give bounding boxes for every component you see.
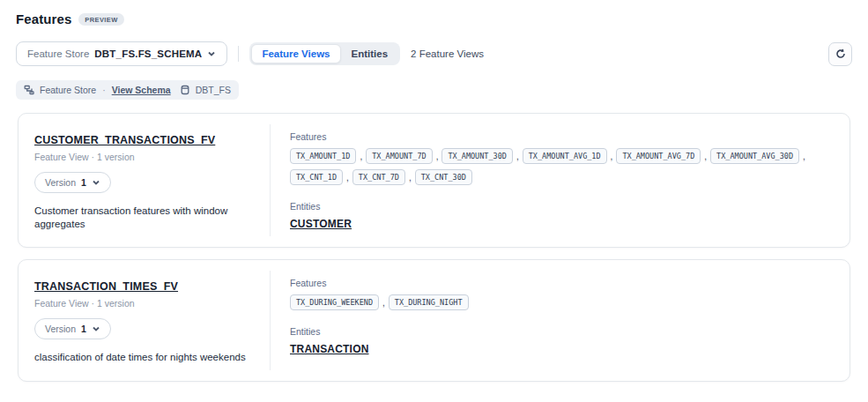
feature-chip-group: TX_AMOUNT_7D, xyxy=(366,148,438,164)
feature-view-card: TRANSACTION_TIMES_FV Feature View · 1 ve… xyxy=(18,259,850,381)
feature-chip-group: TX_AMOUNT_1D, xyxy=(290,148,362,164)
breadcrumb: Feature Store · View Schema DBT_FS xyxy=(16,80,239,100)
chevron-down-icon xyxy=(92,178,100,187)
feature-view-subtitle: Feature View · 1 version xyxy=(34,152,252,162)
feature-chip: TX_AMOUNT_AVG_7D xyxy=(616,148,701,164)
chip-separator: , xyxy=(382,298,385,308)
card-summary: TRANSACTION_TIMES_FV Feature View · 1 ve… xyxy=(19,260,270,380)
feature-chip: TX_DURING_NIGHT xyxy=(389,294,469,310)
feature-chip-list: TX_DURING_WEEKEND,TX_DURING_NIGHT xyxy=(290,294,837,310)
tab-feature-views[interactable]: Feature Views xyxy=(251,44,340,63)
card-details: Features TX_DURING_WEEKEND,TX_DURING_NIG… xyxy=(270,271,849,369)
feature-chip-group: TX_DURING_NIGHT xyxy=(389,294,469,310)
version-value: 1 xyxy=(81,324,86,334)
feature-chip: TX_AMOUNT_1D xyxy=(290,148,356,164)
features-section-label: Features xyxy=(290,278,837,288)
feature-store-value: DBT_FS.FS_SCHEMA xyxy=(94,48,202,59)
preview-badge: PREVIEW xyxy=(78,13,123,26)
page-title: Features xyxy=(16,11,71,26)
feature-store-icon xyxy=(24,85,34,95)
database-icon xyxy=(180,85,190,95)
entity-link-list: TRANSACTION xyxy=(290,337,837,356)
refresh-icon xyxy=(835,48,846,59)
entity-link[interactable]: CUSTOMER xyxy=(290,218,352,230)
features-section-label: Features xyxy=(290,131,837,142)
chip-separator: , xyxy=(803,152,805,161)
feature-chip-group: TX_CNT_7D, xyxy=(352,169,412,185)
feature-chip-group: TX_AMOUNT_AVG_7D, xyxy=(616,148,707,164)
entity-link-list: CUSTOMER xyxy=(290,212,837,231)
feature-chip: TX_CNT_30D xyxy=(415,169,472,185)
chip-separator: , xyxy=(704,152,707,161)
version-selector[interactable]: Version 1 xyxy=(34,318,111,339)
chevron-down-icon xyxy=(207,49,216,58)
feature-chip: TX_DURING_WEEKEND xyxy=(290,294,379,310)
feature-view-subtitle: Feature View · 1 version xyxy=(34,298,252,309)
feature-view-title-link[interactable]: TRANSACTION_TIMES_FV xyxy=(34,280,178,293)
feature-chip: TX_CNT_7D xyxy=(352,169,405,185)
feature-store-selector[interactable]: Feature Store DBT_FS.FS_SCHEMA xyxy=(16,41,227,66)
entities-section: Entities CUSTOMER xyxy=(290,201,837,231)
card-summary: CUSTOMER_TRANSACTIONS_FV Feature View · … xyxy=(19,114,270,247)
feature-chip: TX_AMOUNT_30D xyxy=(441,148,513,164)
feature-chip: TX_AMOUNT_AVG_30D xyxy=(710,148,799,164)
feature-view-card: CUSTOMER_TRANSACTIONS_FV Feature View · … xyxy=(18,113,850,248)
feature-chip-list: TX_AMOUNT_1D,TX_AMOUNT_7D,TX_AMOUNT_30D,… xyxy=(290,148,837,185)
view-tabs: Feature Views Entities xyxy=(249,42,400,65)
feature-view-title-link[interactable]: CUSTOMER_TRANSACTIONS_FV xyxy=(34,134,215,146)
refresh-button[interactable] xyxy=(828,42,852,66)
chip-separator: , xyxy=(360,152,362,161)
breadcrumb-separator: · xyxy=(102,85,106,95)
entities-section: Entities TRANSACTION xyxy=(290,326,837,356)
feature-chip-group: TX_AMOUNT_AVG_30D, xyxy=(710,148,805,164)
entity-link[interactable]: TRANSACTION xyxy=(290,343,369,355)
version-value: 1 xyxy=(81,177,86,188)
page-header: Features PREVIEW xyxy=(0,0,868,26)
feature-view-description: classification of date times for nights … xyxy=(34,351,250,364)
breadcrumb-database-name: DBT_FS xyxy=(196,85,231,95)
feature-view-list: CUSTOMER_TRANSACTIONS_FV Feature View · … xyxy=(18,113,850,382)
feature-chip-group: TX_AMOUNT_30D, xyxy=(441,148,518,164)
chip-separator: , xyxy=(346,173,349,182)
feature-chip: TX_AMOUNT_AVG_1D xyxy=(523,148,607,164)
version-label: Version xyxy=(45,177,76,188)
feature-chip-group: TX_CNT_1D, xyxy=(290,169,349,185)
card-details: Features TX_AMOUNT_1D,TX_AMOUNT_7D,TX_AM… xyxy=(270,124,849,236)
feature-view-description: Customer transaction features with windo… xyxy=(34,205,250,231)
chip-separator: , xyxy=(516,152,519,161)
view-schema-link[interactable]: View Schema xyxy=(112,85,171,95)
entities-section-label: Entities xyxy=(290,326,837,337)
feature-chip-group: TX_AMOUNT_AVG_1D, xyxy=(523,148,613,164)
breadcrumb-row: Feature Store · View Schema DBT_FS xyxy=(16,80,852,100)
version-selector[interactable]: Version 1 xyxy=(34,172,111,193)
feature-store-label: Feature Store xyxy=(27,48,89,59)
chevron-down-icon xyxy=(92,324,100,333)
feature-chip: TX_CNT_1D xyxy=(290,169,343,185)
feature-chip-group: TX_DURING_WEEKEND, xyxy=(290,294,385,310)
breadcrumb-store-label: Feature Store xyxy=(40,85,96,95)
toolbar-divider xyxy=(238,46,239,62)
feature-chip-group: TX_CNT_30D xyxy=(415,169,472,185)
chip-separator: , xyxy=(436,152,439,161)
feature-views-count: 2 Feature Views xyxy=(411,48,484,59)
chip-separator: , xyxy=(611,152,613,161)
chip-separator: , xyxy=(409,173,412,182)
entities-section-label: Entities xyxy=(290,201,837,212)
feature-chip: TX_AMOUNT_7D xyxy=(366,148,432,164)
version-label: Version xyxy=(45,324,76,334)
tab-entities[interactable]: Entities xyxy=(341,44,399,63)
toolbar: Feature Store DBT_FS.FS_SCHEMA Feature V… xyxy=(16,41,852,66)
